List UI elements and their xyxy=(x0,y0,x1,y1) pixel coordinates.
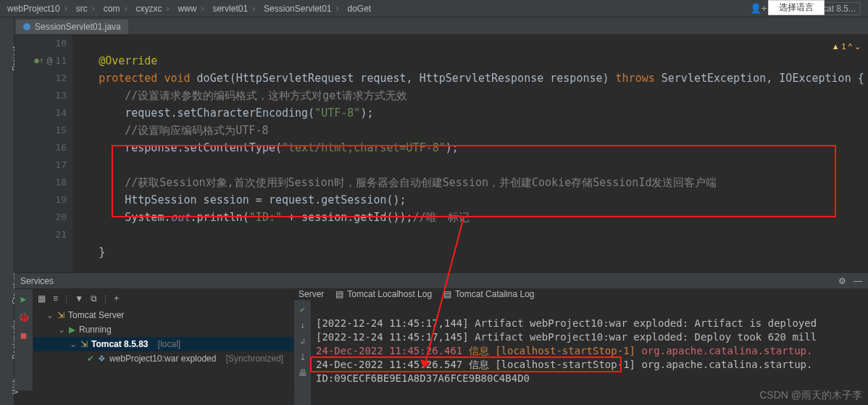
services-panel: ▶ 🐞 ■ ▦ ≡ | ▼ ⧉ | + ⌄⇲ Tomcat Server ⌄▶ … xyxy=(14,289,868,391)
inspection-indicator[interactable]: ▲ 1 ^ ⌄ xyxy=(832,38,861,55)
tree-root[interactable]: ⌄⇲ Tomcat Server xyxy=(33,308,293,322)
left-tool-strip: Project Structure Bookmarks Web xyxy=(0,17,14,405)
editor-tabs: SessionServlet01.java xyxy=(0,17,868,35)
gear-icon[interactable]: ⚙ xyxy=(838,276,846,286)
crumb[interactable]: com xyxy=(99,4,132,14)
tab-catalina-log[interactable]: ▤Tomcat Catalina Log xyxy=(443,289,534,299)
breadcrumb: webProject10 src com cxyzxc www servlet0… xyxy=(3,4,750,14)
code-area[interactable]: @Override protected void doGet(HttpServl… xyxy=(72,35,868,272)
annotation: @Override xyxy=(99,54,157,67)
log-line: 24-Dec-2022 11:45:26.547 信息 [localhost-s… xyxy=(316,359,812,370)
wrap-icon[interactable]: ↲ xyxy=(300,336,305,346)
crumb[interactable]: cxyzxc xyxy=(131,4,173,14)
navigation-bar: webProject10 src com cxyzxc www servlet0… xyxy=(0,0,868,17)
console-area: Server ▤Tomcat Localhost Log ▤Tomcat Cat… xyxy=(294,289,868,391)
services-toolbar: ▶ 🐞 ■ xyxy=(14,289,33,391)
user-add-icon[interactable]: 👤+ xyxy=(750,3,767,14)
tomcat-icon: ⇲ xyxy=(80,339,88,349)
services-titlebar[interactable]: Services ⚙ — xyxy=(14,272,868,289)
crumb[interactable]: servlet01 xyxy=(208,4,259,14)
session-id-output: ID:09CECF6BE9E1A8D37A6FCE9B80C4B4D0 xyxy=(316,372,530,384)
log-line: [2022-12-24 11:45:17,145] Artifact webPr… xyxy=(316,331,817,343)
log-line: [2022-12-24 11:45:17,144] Artifact webPr… xyxy=(316,317,817,329)
check-icon: ✔ xyxy=(87,354,94,364)
services-tree: ▦ ≡ | ▼ ⧉ | + ⌄⇲ Tomcat Server ⌄▶ Runnin… xyxy=(33,289,294,391)
watermark: CSDN @雨天的木子李 xyxy=(759,389,862,402)
minimize-icon[interactable]: — xyxy=(854,276,862,286)
code-editor[interactable]: 10 ●↑@11 12 13 14 15 16 17 18 19 20 21 @… xyxy=(14,35,868,272)
tree-running[interactable]: ⌄▶ Running xyxy=(33,322,293,337)
grid-icon[interactable]: ▦ xyxy=(38,293,46,304)
check-icon[interactable]: ✔ xyxy=(300,304,305,314)
crumb[interactable]: webProject10 xyxy=(3,4,72,14)
tab-localhost-log[interactable]: ▤Tomcat Localhost Log xyxy=(335,289,432,299)
crumb[interactable]: src xyxy=(72,4,99,14)
language-selector[interactable]: 选择语言 xyxy=(768,0,825,15)
java-file-icon xyxy=(23,23,30,30)
group-icon[interactable]: ⧉ xyxy=(91,293,97,304)
tree-toolbar: ▦ ≡ | ▼ ⧉ | + xyxy=(33,289,293,308)
run-icon[interactable]: ▶ xyxy=(21,293,27,304)
tomcat-icon: ⇲ xyxy=(57,310,64,320)
tree-instance[interactable]: ⌄⇲ Tomcat 8.5.83 [local] xyxy=(33,337,293,351)
services-title: Services xyxy=(20,276,54,286)
log-icon: ▤ xyxy=(335,289,343,299)
crumb[interactable]: doGet xyxy=(343,4,380,14)
print-icon[interactable]: 🖶 xyxy=(299,368,307,378)
add-icon[interactable]: + xyxy=(114,293,119,304)
file-tab-label: SessionServlet01.java xyxy=(35,22,121,32)
debug-icon[interactable]: 🐞 xyxy=(18,312,30,322)
filter-icon[interactable]: ▼ xyxy=(75,293,83,304)
console-toolbar: ✔ ↓ ↲ ⤓ 🖶 xyxy=(294,300,312,405)
stop-icon[interactable]: ■ xyxy=(21,330,27,341)
log-line: 24-Dec-2022 11:45:26.461 xyxy=(316,345,469,356)
crumb[interactable]: www xyxy=(173,4,208,14)
console-tabs: Server ▤Tomcat Localhost Log ▤Tomcat Cat… xyxy=(294,289,868,300)
gutter: 10 ●↑@11 12 13 14 15 16 17 18 19 20 21 xyxy=(14,35,72,272)
log-icon: ▤ xyxy=(443,289,451,299)
scroll-icon[interactable]: ⤓ xyxy=(299,352,306,362)
tree-artifact[interactable]: ✔ ❖ webProject10:war exploded [Synchroni… xyxy=(33,351,293,366)
override-icon[interactable]: ●↑ xyxy=(34,52,43,70)
tab-server[interactable]: Server xyxy=(299,289,324,299)
down-icon[interactable]: ↓ xyxy=(300,320,305,330)
running-icon: ▶ xyxy=(69,325,75,335)
expand-icon[interactable]: ≡ xyxy=(53,293,58,304)
crumb[interactable]: SessionServlet01 xyxy=(259,4,343,14)
file-tab[interactable]: SessionServlet01.java xyxy=(16,20,128,34)
artifact-icon: ❖ xyxy=(98,354,106,364)
